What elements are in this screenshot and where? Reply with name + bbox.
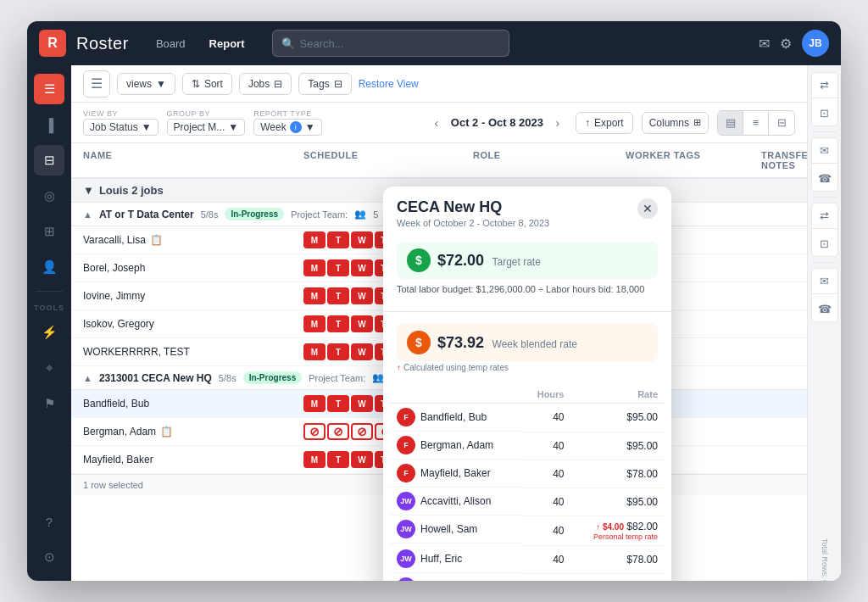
report-type-control: Report Type Week i ▼: [253, 109, 321, 136]
popup-col-hours: Hours: [522, 386, 570, 404]
phone2-right-icon[interactable]: ☎: [812, 296, 837, 321]
blended-rate-group: $73.92 Week blended rate: [437, 334, 577, 352]
day-m: M: [303, 315, 326, 332]
popup-hours: 40: [522, 545, 570, 573]
worker-name: Isokov, Gregory: [83, 318, 303, 330]
chevron-down-icon: ▼: [156, 78, 166, 90]
group-chevron-icon: ▼: [83, 184, 94, 197]
share-icon[interactable]: ⇄: [812, 73, 837, 98]
search-bar[interactable]: 🔍: [272, 30, 509, 57]
search-input[interactable]: [300, 37, 500, 50]
right-divider-1: [813, 131, 837, 132]
columns-grid-icon: ⊞: [693, 117, 701, 128]
sidebar-grid-icon[interactable]: ⊞: [34, 216, 64, 247]
subgroup-team-ceca: Project Team:: [309, 373, 365, 383]
worker-avatar: F: [397, 464, 415, 482]
day-t-circle: ⊘: [327, 423, 349, 440]
right-sidebar: ⇄ ⊡ ✉ ☎ ⇄ ⊡ ✉ ☎ Total Rows: 6: [807, 65, 841, 581]
day-t: T: [327, 343, 349, 360]
sidebar-users-icon[interactable]: 👤: [34, 252, 64, 282]
mail2-right-icon[interactable]: ✉: [812, 269, 837, 294]
popup-worker-name: F Bergman, Adam: [390, 432, 522, 460]
sidebar-flag-icon[interactable]: ⚑: [34, 388, 64, 419]
worker-name: Varacalli, Lisa 📋: [83, 234, 303, 246]
status-text: 1 row selected: [83, 480, 143, 490]
sidebar-table-icon[interactable]: ⊟: [34, 145, 64, 176]
settings-icon[interactable]: ⚙: [780, 36, 792, 52]
popup-hours: 40: [522, 404, 570, 432]
date-range: Oct 2 - Oct 8 2023: [451, 116, 543, 129]
toolbar: ☰ views ▼ ⇅ Sort Jobs ⊟ Tags ⊟: [71, 65, 807, 103]
subgroup-chevron-icon: ▲: [83, 209, 92, 220]
grid-view-button[interactable]: ⊟: [769, 111, 794, 135]
mail-right-icon[interactable]: ✉: [812, 138, 837, 164]
sidebar-divider: [36, 291, 63, 292]
group-by-select[interactable]: Project M... ▼: [167, 119, 246, 136]
view-by-label: View By: [83, 109, 159, 118]
share2-icon[interactable]: ⇄: [812, 203, 837, 229]
sidebar-filter-icon[interactable]: ☰: [34, 74, 64, 104]
restore-view-link[interactable]: Restore View: [359, 78, 419, 90]
popup-worker-name: JW Mahomes, Pat: [390, 573, 522, 581]
export-button[interactable]: ↑ Export: [576, 112, 633, 134]
sidebar-bolt-icon[interactable]: ⚡: [34, 317, 64, 348]
subgroup-name-att: AT or T Data Center: [99, 209, 194, 220]
worker-avatar: JW: [397, 577, 415, 581]
popup-blended-section: $ $73.92 Week blended rate ↑ Calculated …: [383, 317, 671, 386]
tags-chevron-icon: ⊟: [334, 78, 342, 90]
popup-worker-row: JW Mahomes, Pat 40 $78.00: [390, 573, 665, 581]
nav-report[interactable]: Report: [199, 33, 255, 54]
app-title: Roster: [76, 34, 129, 53]
day-t: T: [327, 395, 349, 412]
sidebar-antenna-icon[interactable]: ⌖: [34, 353, 64, 383]
sidebar-help-icon[interactable]: ?: [34, 506, 64, 537]
nav-board[interactable]: Board: [146, 33, 196, 54]
prev-date-button[interactable]: ‹: [427, 114, 446, 132]
phone-right-icon[interactable]: ☎: [812, 165, 837, 191]
next-date-button[interactable]: ›: [548, 114, 567, 132]
view-by-select[interactable]: Job Status ▼: [83, 119, 159, 136]
right-icon-group-3: ⇄ ⊡: [811, 203, 838, 257]
sidebar-chart-icon[interactable]: ▐: [34, 109, 64, 140]
jobs-button[interactable]: Jobs ⊟: [239, 73, 292, 95]
mail-icon[interactable]: ✉: [759, 36, 770, 52]
popup-rate: $78.00: [570, 545, 665, 573]
day-m: M: [303, 395, 326, 412]
sidebar-shield-icon[interactable]: ⊙: [34, 542, 64, 572]
popup-table: Hours Rate F Bandfield, Bub 40 $95.00: [390, 386, 665, 581]
filter-toggle-button[interactable]: ☰: [83, 70, 110, 98]
subgroup-fraction-ceca: 5/8s: [219, 373, 236, 383]
sort-button[interactable]: ⇅ Sort: [182, 73, 232, 95]
report-type-select[interactable]: Week i ▼: [253, 119, 321, 136]
popup-worker-name: JW Accavitti, Alison: [390, 488, 522, 516]
popup-worker-name: F Bandfield, Bub: [390, 404, 522, 432]
worker-name: Iovine, Jimmy: [83, 290, 303, 302]
day-m: M: [303, 451, 326, 468]
day-w: W: [351, 395, 373, 412]
popup-worker-row: F Bergman, Adam 40 $95.00: [390, 432, 665, 460]
worker-name: Mayfield, Baker: [83, 454, 303, 465]
copy2-icon[interactable]: ⊡: [812, 231, 837, 256]
tag-icon: 📋: [150, 234, 163, 246]
views-button[interactable]: views ▼: [117, 73, 175, 95]
right-icon-group-2: ✉ ☎: [811, 137, 838, 192]
day-w: W: [351, 287, 373, 304]
worker-name: Bergman, Adam 📋: [83, 426, 303, 438]
day-w-circle: ⊘: [351, 423, 373, 440]
day-m: M: [303, 231, 326, 248]
popup-close-button[interactable]: ✕: [637, 198, 658, 219]
popup-col-rate: Rate: [570, 386, 665, 404]
columns-button[interactable]: Columns ⊞: [642, 112, 709, 134]
list-view-button[interactable]: ≡: [743, 111, 769, 135]
group-name: Louis 2 jobs: [99, 184, 164, 197]
copy-icon[interactable]: ⊡: [812, 100, 837, 125]
filter-icon: ☰: [91, 75, 103, 92]
popup-calc-note: ↑ Calculated using temp rates: [397, 361, 658, 379]
user-avatar[interactable]: JB: [802, 30, 829, 57]
sidebar-location-icon[interactable]: ◎: [34, 181, 64, 211]
worker-name: Bandfield, Bub: [83, 398, 303, 410]
worker-avatar: F: [397, 408, 415, 426]
card-view-button[interactable]: ▤: [718, 111, 743, 135]
tags-button[interactable]: Tags ⊟: [298, 73, 351, 95]
day-t: T: [327, 231, 349, 248]
